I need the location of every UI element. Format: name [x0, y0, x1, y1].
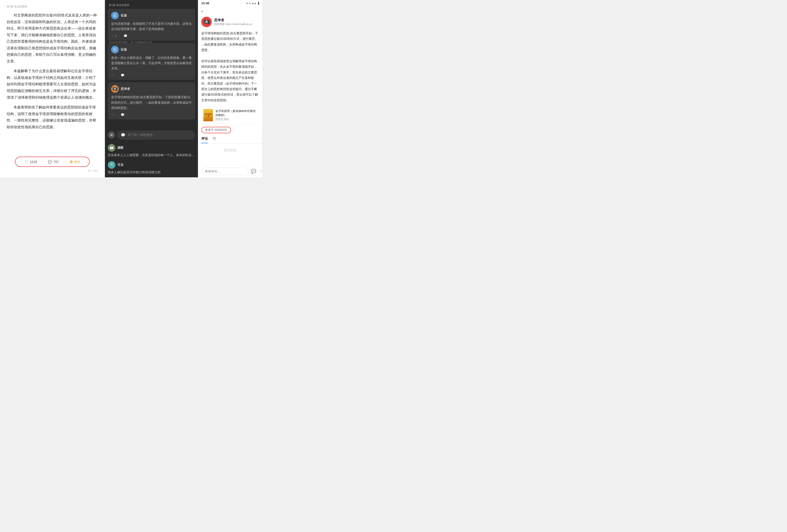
right-article-content: 金字塔结构组织思想:由主要思想开始→下层思想通过疑问/回答的方式，进行展开。→如…: [198, 29, 262, 105]
like-action-2[interactable]: ♡: [111, 73, 114, 77]
partial-header-2: 可 可乐: [108, 161, 195, 169]
like-icon-1: ♡: [111, 34, 114, 38]
likes-stat[interactable]: ♡ 1626: [20, 159, 43, 164]
partial-text-1: 其实基本上人人都需要，尤其是职场的每一个人。基本的职业化素养。: [108, 153, 195, 158]
comment-actions-1: ♡ 1 💬: [111, 34, 192, 38]
like-action-1[interactable]: ♡ 1: [111, 34, 117, 38]
reply-icon-1: 💬: [124, 34, 127, 38]
book-info: 金字塔原理（麦肯锡40年经典培训教材） 芭芭拉·明托: [215, 109, 257, 121]
book-card[interactable]: 金字塔原理 金字塔原理（麦肯锡40年经典培训教材） 芭芭拉·明托: [201, 107, 259, 124]
stats-bar: ♡ 1626 💬 767 ✿ 813: [15, 157, 90, 167]
right-comment-icon[interactable]: 💬: [251, 169, 256, 174]
tabs-row: 评论 赞: [198, 134, 262, 143]
comment-actions-2: ♡ 💬: [111, 73, 192, 77]
like-count-1: 1: [115, 34, 117, 38]
paragraph-3: 本篇将帮助你了解如何将要表达的思想组织成金字塔结构，说明了使用金字塔原理能够检查…: [7, 104, 98, 130]
partial-comment-gongyi: 🏔 龚毅 其实基本上人人都需要，尤其是职场的每一个人。基本的职业化素养。: [105, 141, 198, 159]
username-3: 思考者: [121, 87, 130, 91]
right-nav: ‹: [198, 6, 262, 17]
comment-input-bar[interactable]: 💬 写下这一刻的想法...: [117, 130, 195, 140]
like-icon-3: ♡: [111, 113, 114, 116]
input-placeholder: 写下这一刻的想法...: [128, 133, 191, 137]
status-bar: 10:48 ● ⊙ ▲▲ ▐: [198, 0, 262, 6]
battery-icon: ●: [246, 2, 248, 4]
left-breadcrumb: 第1篇 表达的逻辑: [7, 5, 98, 8]
article-body: 对文章阐述的思想作出疑问/回答式反应是人类的一种自然反应，没有国籍和民族的区别。…: [7, 12, 98, 148]
author-name: 思考者: [214, 18, 252, 22]
like-action-3[interactable]: ♡: [111, 113, 114, 116]
battery-bar-icon: ▐: [257, 2, 259, 4]
status-icons: ● ⊙ ▲▲ ▐: [246, 2, 259, 4]
right-action-icons: 💬 ♡ ⎙: [251, 169, 262, 174]
shares-stat[interactable]: ✿ 813: [64, 159, 85, 164]
book-cover: 金字塔原理: [204, 109, 213, 121]
wifi-icon: ⊙: [249, 2, 251, 4]
reply-action-3[interactable]: 💬: [121, 113, 125, 116]
avatar-1: 征: [111, 12, 119, 19]
avatar-2: 征: [111, 46, 119, 53]
back-button[interactable]: ‹: [201, 8, 203, 14]
comment-stat-icon: 💬: [48, 160, 52, 164]
book-cover-text: 金字塔原理: [205, 113, 212, 117]
reply-action-1[interactable]: 💬: [124, 34, 127, 38]
tab-comments[interactable]: 评论: [201, 137, 208, 143]
right-heart-icon[interactable]: ♡: [259, 169, 262, 174]
partial-comment-kele: 可 可乐 很多人难以提高写作能力和进话能力的: [105, 159, 198, 177]
reply-action-2[interactable]: 💬: [121, 73, 125, 77]
comment-card-3: 🏴‍☠️ 思考者 金字塔结构组织思想:由主要思想开始→下层思想通过疑问/回答的方…: [108, 82, 195, 119]
comments-stat[interactable]: 💬 767: [43, 160, 64, 164]
comments-list: 征 征途 这句话很关键，给我指明了不光只是学习沟通方面，还有在生活处理琐事方面，…: [105, 9, 198, 129]
comment-input-row: ✕ 💬 写下这一刻的想法...: [105, 129, 198, 141]
partial-header-1: 🏔 龚毅: [108, 144, 195, 152]
middle-panel: 第1篇 表达的逻辑 对文章阐述的思想作出疑问/回答式反应是人类的一种自然反应，没…: [105, 0, 198, 177]
status-time: 10:48: [201, 1, 209, 5]
right-comment-input[interactable]: [201, 168, 249, 175]
publish-date-wrap: 发表于 2018/3/31: [198, 125, 262, 134]
username-2: 征途: [121, 47, 127, 52]
comment-card-1: 征 征途 这句话很关键，给我指明了不光只是学习沟通方面，还有在生活处理琐事方面，…: [108, 9, 195, 41]
left-panel: 第1篇 表达的逻辑 对文章阐述的思想作出疑问/回答式反应是人类的一种自然反应，没…: [0, 0, 105, 177]
book-title: 金字塔原理（麦肯锡40年经典培训教材）: [215, 109, 257, 117]
right-panel: 10:48 ● ⊙ ▲▲ ▐ ‹ 🏴‍☠️ 思考者 我的博客:https://s…: [198, 0, 262, 177]
signal-icon: ▲▲: [252, 2, 256, 4]
comment-header-2: 征 征途: [111, 46, 192, 53]
comments-count: 767: [54, 160, 59, 164]
comment-text-1: 这句话很关键，给我指明了不光只是学习沟通方面，还有在生活处理琐事方面，提供了思考…: [111, 21, 192, 32]
partial-avatar-1: 🏔: [108, 144, 115, 152]
author-avatar: 🏴‍☠️: [201, 17, 212, 27]
heart-stat-icon: ♡: [25, 159, 28, 164]
tab-likes[interactable]: 赞: [213, 137, 216, 143]
avatar-3: 🏴‍☠️: [111, 85, 119, 93]
paragraph-1: 对文章阐述的思想作出疑问/回答式反应是人类的一种自然反应，没有国籍和民族的区别。…: [7, 12, 98, 65]
partial-text-2: 很多人难以提高写作能力和进话能力的: [108, 170, 195, 175]
comment-header-1: 征 征途: [111, 12, 192, 19]
partial-username-2: 可乐: [117, 163, 124, 167]
author-blog: 我的博客:https://sykent.github.io/: [214, 22, 252, 26]
share-stat-icon: ✿: [70, 159, 73, 164]
author-section: 🏴‍☠️ 思考者 我的博客:https://sykent.github.io/: [198, 17, 262, 29]
comment-text-3: 金字塔结构组织思想:由主要思想开始→下层思想通过疑问/回答的方式，进行展开。→如…: [111, 95, 192, 110]
close-button[interactable]: ✕: [108, 131, 115, 138]
page-indicator: 17 / 414: [7, 169, 98, 173]
book-author: 芭芭拉·明托: [215, 117, 257, 121]
partial-username-1: 龚毅: [117, 146, 124, 150]
comment-actions-3: ♡ 💬: [111, 113, 192, 116]
reply-icon-3: 💬: [121, 113, 125, 116]
reply-icon-2: 💬: [121, 73, 125, 77]
like-icon-2: ♡: [111, 73, 114, 77]
comment-text-2: 表述一些让大家听进去，理解了，记住的东西很难，看一看是否能够让受众心头一震，引起…: [111, 55, 192, 71]
likes-count: 1626: [30, 160, 37, 164]
partial-avatar-2: 可: [108, 161, 115, 169]
paragraph-2: 本篇解释了为什么受众最容易理解和记住金字塔结构，以及组成金字塔的子结构之间如何互…: [7, 68, 98, 101]
comment-header-3: 🏴‍☠️ 思考者: [111, 85, 192, 93]
username-1: 征途: [121, 13, 127, 18]
author-info: 思考者 我的博客:https://sykent.github.io/: [214, 18, 252, 26]
comment-input-right: 💬 ♡ ⎙: [198, 165, 262, 177]
shares-count: 813: [74, 160, 80, 164]
publish-date: 发表于 2018/3/31: [201, 127, 231, 133]
comment-card-2: 征 征途 表述一些让大家听进去，理解了，记住的东西很难，看一看是否能够让受众心头…: [108, 43, 195, 80]
no-comments-text: 暂无评论: [198, 143, 262, 157]
input-icon: 💬: [121, 133, 125, 137]
